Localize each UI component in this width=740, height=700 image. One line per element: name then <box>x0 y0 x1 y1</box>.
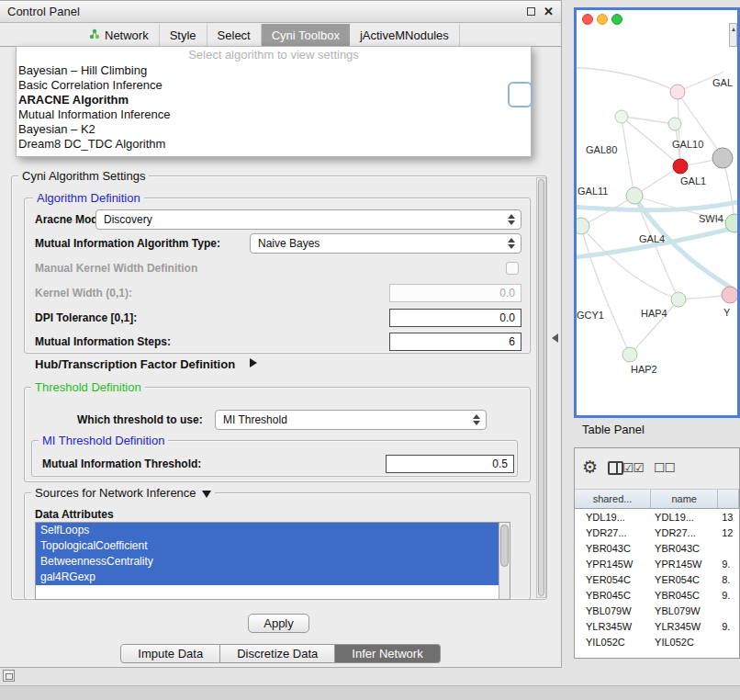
network-node[interactable] <box>668 118 681 130</box>
tab-network[interactable]: Network <box>79 24 160 47</box>
algorithm-option[interactable]: Bayesian – Hill Climbing <box>17 63 531 78</box>
tab-label: jActiveMNodules <box>360 28 449 42</box>
which-threshold-value: MI Threshold <box>223 413 287 426</box>
table-cell: YDL19... <box>651 509 718 525</box>
tab-label: Network <box>105 28 149 42</box>
obscured-widget-fragment <box>508 82 533 107</box>
network-edge[interactable] <box>622 117 634 196</box>
table-panel-title: Table Panel <box>582 423 645 436</box>
table-row[interactable]: YBR043CYBR043C <box>575 540 739 556</box>
network-edge[interactable] <box>577 67 678 92</box>
data-attribute-item[interactable]: gal4RGexp <box>36 570 510 585</box>
network-node[interactable] <box>712 148 733 168</box>
close-icon[interactable]: ✕ <box>544 6 554 17</box>
network-node[interactable] <box>671 292 686 307</box>
table-cell: 9. <box>718 587 739 603</box>
tab-label: Style <box>170 28 196 42</box>
columns-icon[interactable] <box>608 461 623 475</box>
algorithm-option[interactable]: Basic Correlation Inference <box>17 78 531 93</box>
network-node[interactable] <box>577 218 589 234</box>
mi-type-label: Mutual Information Algorithm Type: <box>35 237 220 250</box>
network-edge[interactable] <box>581 226 630 355</box>
dpi-tolerance-input[interactable]: 0.0 <box>389 309 521 327</box>
table-cell: 12 <box>718 525 739 540</box>
network-edge[interactable] <box>577 200 737 210</box>
gear-icon[interactable]: ⚙ <box>582 458 598 476</box>
mode-tab-infer-network[interactable]: Infer Network <box>335 644 440 663</box>
algorithm-option[interactable]: Mutual Information Inference <box>17 107 531 122</box>
kernel-width-input[interactable]: 0.0 <box>389 284 521 302</box>
table-cell: YIL052C <box>575 634 651 649</box>
network-icon <box>89 28 100 42</box>
mode-tab-impute-data[interactable]: Impute Data <box>120 644 220 663</box>
mi-steps-label: Mutual Information Steps: <box>35 335 171 348</box>
zoom-traffic-light[interactable] <box>611 14 622 25</box>
table-row[interactable]: YLR345WYLR345W9. <box>575 618 739 634</box>
algorithm-option[interactable]: Bayesian – K2 <box>17 122 531 137</box>
network-node[interactable] <box>670 85 685 99</box>
attributes-scrollbar[interactable] <box>499 523 510 599</box>
table-row[interactable]: YDL19...YDL19...13 <box>575 509 739 525</box>
algorithm-dropdown-popup: Select algorithm to view settings Bayesi… <box>16 46 532 157</box>
data-attribute-item[interactable]: BetweennessCentrality <box>36 554 510 570</box>
control-panel-title: Control Panel <box>7 5 80 18</box>
network-canvas[interactable]: GALGAL80GAL10GAL11GAL1SWI4GAL4GCY1HAP4YH… <box>577 30 737 415</box>
table-cell: YER054C <box>575 571 651 587</box>
mi-type-select[interactable]: Naive Bayes <box>250 233 521 254</box>
deselect-all-checkboxes-icon[interactable]: ☐☐ <box>654 461 675 474</box>
algorithm-option[interactable]: ARACNE Algorithm <box>17 93 531 107</box>
network-node[interactable] <box>722 287 737 303</box>
network-node[interactable] <box>615 110 628 123</box>
table-cell: YLR345W <box>575 618 651 634</box>
table-row[interactable]: YER054CYER054C8. <box>575 571 739 587</box>
table-cell: YBR043C <box>575 540 651 556</box>
node-label: GAL80 <box>586 144 617 155</box>
table-row[interactable]: YBL079WYBL079W <box>575 603 739 618</box>
table-row[interactable]: YPR145WYPR145W9. <box>575 556 739 571</box>
sources-legend[interactable]: Sources for Network Inference <box>31 486 215 500</box>
table-cell: YDR27... <box>651 525 718 540</box>
select-all-checkboxes-icon[interactable]: ☑☑ <box>622 461 644 474</box>
mi-threshold-input[interactable]: 0.5 <box>386 455 514 473</box>
tab-cyni-toolbox[interactable]: Cyni Toolbox <box>262 24 350 47</box>
mode-tab-discretize-data[interactable]: Discretize Data <box>220 644 335 663</box>
settings-scrollbar[interactable] <box>536 177 546 598</box>
data-attribute-item[interactable]: SelfLoops <box>36 523 510 538</box>
data-attribute-item[interactable]: TopologicalCoefficient <box>36 538 510 554</box>
control-panel-tabs: NetworkStyleSelectCyni ToolboxjActiveMNo… <box>0 24 561 47</box>
hub-section-label: Hub/Transcription Factor Definition <box>35 357 235 371</box>
node-label: GAL4 <box>639 233 665 244</box>
apply-button[interactable]: Apply <box>248 614 309 633</box>
tab-label: Cyni Toolbox <box>272 28 340 42</box>
table-cell: 13 <box>718 509 739 525</box>
network-node[interactable] <box>622 347 637 362</box>
node-label: HAP4 <box>641 308 667 319</box>
table-column-header[interactable] <box>718 490 739 508</box>
table-column-header[interactable]: name <box>651 490 718 508</box>
which-threshold-select[interactable]: MI Threshold <box>215 410 487 430</box>
minimize-traffic-light[interactable] <box>597 14 608 25</box>
close-traffic-light[interactable] <box>582 14 593 25</box>
expand-arrow-icon[interactable] <box>250 358 257 367</box>
docked-window-icon[interactable] <box>3 670 15 682</box>
table-row[interactable]: YIL052CYIL052C <box>575 634 739 649</box>
tab-style[interactable]: Style <box>160 24 207 47</box>
table-cell: YPR145W <box>651 556 718 571</box>
aracne-mode-select[interactable]: Discovery <box>95 209 521 230</box>
table-row[interactable]: YDR27...YDR27...12 <box>575 525 739 540</box>
float-window-icon[interactable] <box>527 7 535 16</box>
network-node[interactable] <box>673 159 688 174</box>
control-panel-titlebar: Control Panel ✕ <box>0 1 561 23</box>
algorithm-option[interactable]: Dream8 DC_TDC Algorithm <box>17 137 531 152</box>
table-row[interactable]: YBR045CYBR045C9. <box>575 587 739 603</box>
tab-jactivemnodules[interactable]: jActiveMNodules <box>350 24 460 47</box>
network-node[interactable] <box>626 187 643 204</box>
collapse-arrow-icon <box>202 491 211 498</box>
splitter-collapse-icon[interactable] <box>552 333 558 343</box>
table-column-header[interactable]: shared... <box>575 490 651 508</box>
manual-kernel-checkbox[interactable] <box>506 262 519 275</box>
mi-threshold-label: Mutual Information Threshold: <box>42 457 201 470</box>
mi-steps-input[interactable]: 6 <box>389 333 521 351</box>
table-cell: YBL079W <box>651 603 718 618</box>
tab-select[interactable]: Select <box>207 24 262 47</box>
